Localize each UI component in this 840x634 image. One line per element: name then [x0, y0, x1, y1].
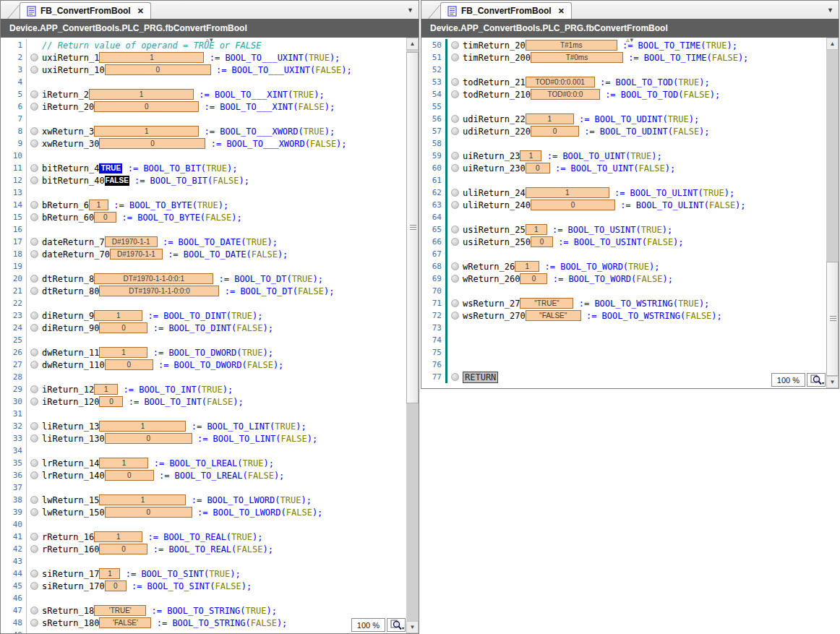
monitor-value-box[interactable]: DT#1970-1-1-0:0:1: [94, 273, 213, 284]
monitor-value-box[interactable]: 0: [99, 544, 147, 554]
breakpoint-bullet[interactable]: [30, 287, 38, 295]
tab-fb-convertfrombool[interactable]: FB_ConvertFromBool ✕: [440, 2, 572, 19]
monitor-value-box[interactable]: 1: [99, 494, 186, 505]
monitor-value-box[interactable]: TOD#0:0:0.001: [526, 77, 595, 87]
monitor-value-box[interactable]: 'TRUE': [94, 605, 146, 616]
vertical-scrollbar[interactable]: ▲ ▼: [406, 38, 419, 633]
breakpoint-bullet[interactable]: [30, 90, 38, 98]
monitor-value-box[interactable]: 0: [99, 396, 123, 407]
monitor-value-box[interactable]: 0: [520, 273, 547, 284]
monitor-value-box[interactable]: "TRUE": [520, 298, 573, 309]
vertical-scrollbar[interactable]: ▲ ▼: [826, 38, 839, 388]
breakpoint-bullet[interactable]: [451, 312, 459, 320]
breakpoint-bullet[interactable]: [30, 275, 38, 283]
breakpoint-bullet[interactable]: [451, 201, 459, 209]
breakpoint-bullet[interactable]: [30, 471, 38, 479]
breakpoint-bullet[interactable]: [30, 508, 38, 516]
monitor-value-box[interactable]: 0: [531, 126, 579, 137]
monitor-value-box[interactable]: 0: [105, 433, 192, 444]
monitor-value-box[interactable]: 0: [94, 101, 199, 112]
monitor-value-box[interactable]: 0: [99, 138, 205, 149]
breakpoint-bullet[interactable]: [30, 103, 38, 111]
monitor-value-box[interactable]: 1: [515, 261, 539, 272]
breakpoint-bullet[interactable]: [30, 385, 38, 393]
monitor-value-box[interactable]: 1: [94, 310, 142, 321]
monitor-value-box[interactable]: DT#1970-1-1-0:0:0: [99, 286, 219, 296]
breakpoint-bullet[interactable]: [30, 398, 38, 406]
monitor-value-box[interactable]: 1: [99, 421, 186, 432]
scroll-up-icon[interactable]: ▲: [826, 38, 839, 50]
monitor-value-box[interactable]: 0: [531, 236, 553, 247]
monitor-value-box[interactable]: T#1ms: [526, 40, 617, 51]
breakpoint-bullet[interactable]: [30, 619, 38, 627]
monitor-value-box[interactable]: "FALSE": [526, 310, 581, 321]
monitor-value-box[interactable]: 1: [526, 113, 574, 124]
monitor-value-box[interactable]: 1: [89, 89, 194, 100]
breakpoint-bullet[interactable]: [30, 348, 38, 356]
breakpoint-bullet[interactable]: [30, 422, 38, 430]
monitor-value-box[interactable]: 1: [99, 52, 204, 63]
breakpoint-bullet[interactable]: [451, 189, 459, 197]
breakpoint-bullet[interactable]: [30, 213, 38, 221]
breakpoint-bullet[interactable]: [451, 90, 459, 98]
breakpoint-bullet[interactable]: [30, 164, 38, 172]
monitor-value-box[interactable]: TOD#0:0:0: [531, 89, 600, 100]
breakpoint-bullet[interactable]: [451, 299, 459, 307]
monitor-value-box[interactable]: 1: [99, 347, 147, 358]
breakpoint-bullet[interactable]: [30, 582, 38, 590]
scroll-down-icon[interactable]: ▼: [826, 376, 839, 388]
breakpoint-bullet[interactable]: [451, 373, 459, 381]
breakpoint-bullet[interactable]: [30, 53, 38, 61]
monitor-value-box[interactable]: 1: [526, 224, 547, 235]
breakpoint-bullet[interactable]: [30, 238, 38, 246]
breakpoint-bullet[interactable]: [451, 78, 459, 86]
monitor-value-box[interactable]: FALSE: [105, 176, 129, 186]
monitor-value-box[interactable]: T#0ms: [531, 52, 623, 63]
breakpoint-bullet[interactable]: [451, 238, 459, 246]
monitor-value-box[interactable]: 1: [99, 568, 120, 579]
zoom-magnifier-button[interactable]: ▾: [807, 373, 826, 387]
close-icon[interactable]: ✕: [137, 7, 144, 15]
tab-list-dropdown-icon[interactable]: ▼: [407, 7, 413, 14]
breakpoint-bullet[interactable]: [451, 53, 459, 61]
breakpoint-bullet[interactable]: [30, 570, 38, 578]
monitor-value-box[interactable]: 0: [531, 200, 615, 210]
breakpoint-bullet[interactable]: [451, 226, 459, 234]
breakpoint-bullet[interactable]: [30, 127, 38, 135]
monitor-value-box[interactable]: 'FALSE': [99, 617, 151, 628]
close-icon[interactable]: ✕: [558, 7, 565, 15]
breakpoint-bullet[interactable]: [30, 545, 38, 553]
tab-fb-convertfrombool[interactable]: FB_ConvertFromBool ✕: [20, 2, 151, 19]
breakpoint-bullet[interactable]: [30, 66, 38, 74]
breakpoint-bullet[interactable]: [30, 201, 38, 209]
split-view-handle[interactable]: ▵▾: [205, 38, 213, 43]
breakpoint-bullet[interactable]: [30, 324, 38, 332]
breakpoint-bullet[interactable]: [30, 607, 38, 614]
breakpoint-bullet[interactable]: [30, 533, 38, 541]
monitor-value-box[interactable]: D#1970-1-1: [105, 236, 158, 247]
scrollbar-thumb[interactable]: [826, 262, 839, 376]
monitor-value-box[interactable]: 0: [105, 581, 127, 591]
breakpoint-bullet[interactable]: [30, 361, 38, 369]
scroll-down-icon[interactable]: ▼: [406, 621, 419, 633]
breakpoint-bullet[interactable]: [30, 140, 38, 147]
monitor-value-box[interactable]: 0: [105, 64, 211, 75]
monitor-value-box[interactable]: 0: [94, 212, 116, 223]
breakpoint-bullet[interactable]: [30, 250, 38, 258]
monitor-value-box[interactable]: 1: [526, 187, 609, 198]
breakpoint-bullet[interactable]: [451, 115, 459, 123]
breakpoint-bullet[interactable]: [451, 127, 459, 135]
monitor-value-box[interactable]: 1: [94, 126, 199, 137]
breakpoint-bullet[interactable]: [451, 262, 459, 270]
monitor-value-box[interactable]: 1: [89, 200, 108, 210]
zoom-level-display[interactable]: 100 %: [351, 618, 385, 632]
zoom-magnifier-button[interactable]: ▾: [387, 618, 406, 632]
monitor-value-box[interactable]: 1: [94, 384, 118, 395]
breakpoint-bullet[interactable]: [30, 459, 38, 467]
breakpoint-bullet[interactable]: [30, 434, 38, 442]
monitor-value-box[interactable]: 0: [99, 322, 147, 333]
breakpoint-bullet[interactable]: [451, 275, 459, 283]
split-view-handle[interactable]: ▵▾: [626, 38, 634, 43]
monitor-value-box[interactable]: 1: [94, 531, 142, 542]
breakpoint-bullet[interactable]: [30, 312, 38, 320]
